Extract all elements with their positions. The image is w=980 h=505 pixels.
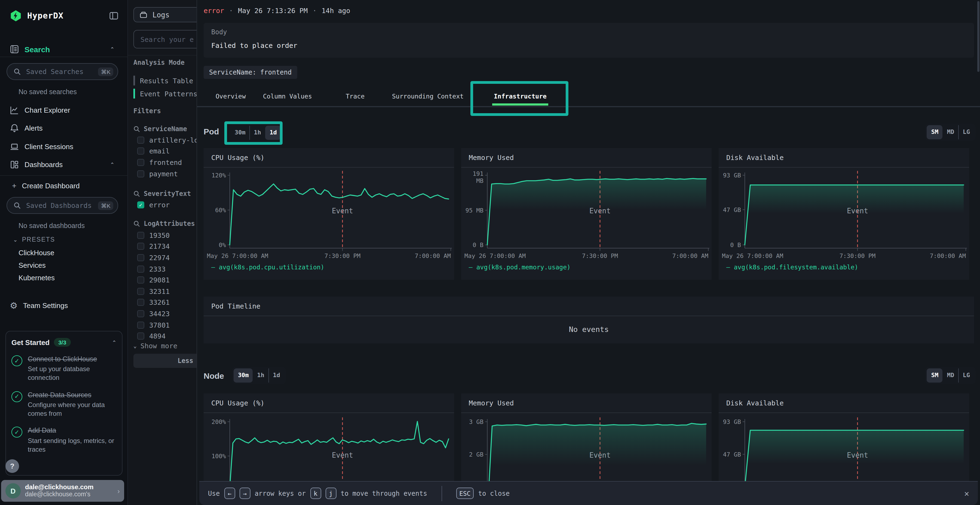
- get-started-step[interactable]: ✓ Connect to ClickHouse Set up your data…: [11, 354, 116, 382]
- help-button[interactable]: ?: [5, 459, 19, 473]
- svg-text:47 GB: 47 GB: [723, 206, 741, 213]
- node-size-md[interactable]: MD: [942, 368, 958, 383]
- sidebar-item-alerts[interactable]: Alerts: [10, 124, 119, 133]
- checkbox-unchecked[interactable]: [137, 310, 144, 317]
- filter-item-29081[interactable]: 29081: [134, 275, 197, 286]
- filter-item-artillery-loa[interactable]: artillery-loa: [134, 134, 197, 146]
- checkbox-unchecked[interactable]: [137, 170, 144, 177]
- checkbox-unchecked[interactable]: [137, 137, 144, 144]
- sidebar-item-search[interactable]: Search ⌃: [10, 44, 119, 54]
- sidebar-item-dashboards[interactable]: Dashboards ⌃: [10, 160, 119, 169]
- filter-item-32311[interactable]: 32311: [134, 286, 197, 297]
- filter-item-4894[interactable]: 4894: [134, 330, 197, 342]
- service-name-tag[interactable]: ServiceName: frontend: [204, 66, 297, 79]
- checkbox-unchecked[interactable]: [137, 254, 144, 261]
- filter-item-34423[interactable]: 34423: [134, 308, 197, 319]
- checkbox-checked[interactable]: ✓: [137, 201, 144, 208]
- pod-range-1d[interactable]: 1d: [265, 126, 281, 140]
- filter-item-error[interactable]: ✓error: [134, 199, 197, 211]
- scrollbar-thumb[interactable]: [977, 1, 980, 72]
- esc-key[interactable]: ESC: [456, 488, 474, 499]
- checkbox-unchecked[interactable]: [137, 287, 144, 295]
- event-search-input[interactable]: [139, 35, 197, 44]
- close-icon[interactable]: ✕: [964, 488, 969, 498]
- pod-range-30m[interactable]: 30m: [230, 126, 249, 140]
- saved-searches-field[interactable]: [25, 67, 94, 76]
- sidebar-item-client-sessions[interactable]: Client Sessions: [10, 142, 119, 151]
- saved-dashboards-field[interactable]: [25, 201, 94, 210]
- svg-text:93 GB: 93 GB: [723, 172, 741, 179]
- filter-item-22974[interactable]: 22974: [134, 252, 197, 263]
- pod-cpu-chart[interactable]: 120%60%0%May 26 7:00:00 AM7:30:00 PM7:00…: [206, 169, 452, 262]
- svg-text:Event: Event: [332, 451, 353, 459]
- arrow-right-key[interactable]: →: [239, 488, 250, 499]
- svg-text:60%: 60%: [215, 207, 226, 214]
- event-body-card: Body Failed to place order: [204, 23, 974, 58]
- get-started-step[interactable]: ✓ Add Data Start sending logs, metrics, …: [11, 425, 116, 454]
- pod-disk-card: Disk Available 93 GB47 GB0 BMay 26 7:00:…: [719, 148, 969, 280]
- pod-disk-chart[interactable]: 93 GB47 GB0 BMay 26 7:00:00 AM7:30:00 PM…: [721, 169, 967, 262]
- filter-item-label: 37801: [149, 321, 170, 329]
- filter-item-21734[interactable]: 21734: [134, 241, 197, 252]
- node-range-30m[interactable]: 30m: [234, 368, 253, 383]
- get-started-step[interactable]: ✓ Create Data Sources Configure where yo…: [11, 389, 116, 418]
- preset-clickhouse[interactable]: ClickHouse: [19, 249, 54, 257]
- presets-section[interactable]: ⌄PRESETS: [13, 236, 55, 243]
- filter-group-servicename[interactable]: ServiceName: [134, 123, 197, 134]
- sidebar-item-team-settings[interactable]: ⚙ Team Settings: [10, 300, 119, 311]
- filter-item-2333[interactable]: 2333: [134, 264, 197, 275]
- filter-item-33261[interactable]: 33261: [134, 297, 197, 308]
- tab-column-values[interactable]: Column Values: [263, 92, 312, 100]
- chevron-up-icon[interactable]: ⌃: [112, 339, 116, 345]
- chevron-up-icon[interactable]: ⌃: [110, 162, 115, 168]
- node-size-lg[interactable]: LG: [958, 368, 974, 383]
- tab-surrounding-context[interactable]: Surrounding Context: [392, 92, 464, 100]
- filter-item-email[interactable]: email: [134, 146, 197, 157]
- filter-item-19350[interactable]: 19350: [134, 230, 197, 241]
- checkbox-unchecked[interactable]: [137, 159, 144, 166]
- filter-item-payment[interactable]: payment: [134, 168, 197, 179]
- arrow-left-key[interactable]: ←: [224, 488, 235, 499]
- pod-size-md[interactable]: MD: [942, 125, 958, 139]
- pod-range-1h[interactable]: 1h: [249, 126, 265, 140]
- saved-dashboards-input[interactable]: ⌘K: [6, 197, 118, 214]
- collapse-sidebar-icon[interactable]: [109, 11, 119, 21]
- create-dashboard-button[interactable]: + Create Dashboard: [12, 181, 80, 190]
- tab-infrastructure[interactable]: Infrastructure: [494, 92, 547, 100]
- mode-event-patterns[interactable]: Event Patterns: [134, 89, 197, 98]
- pod-size-lg[interactable]: LG: [958, 125, 974, 139]
- node-range-1h[interactable]: 1h: [253, 368, 269, 383]
- preset-services[interactable]: Services: [19, 261, 46, 269]
- filter-group-severitytext[interactable]: SeverityText: [134, 188, 197, 199]
- checkbox-unchecked[interactable]: [137, 276, 144, 284]
- checkbox-unchecked[interactable]: [137, 148, 144, 155]
- checkbox-unchecked[interactable]: [137, 243, 144, 250]
- user-menu[interactable]: D dale@clickhouse.com dale@clickhouse.co…: [1, 480, 124, 502]
- tab-trace[interactable]: Trace: [346, 92, 364, 100]
- checkbox-unchecked[interactable]: [137, 265, 144, 272]
- node-size-sm[interactable]: SM: [927, 368, 942, 383]
- source-select[interactable]: Logs: [134, 7, 197, 22]
- tab-overview[interactable]: Overview: [216, 92, 246, 100]
- checkbox-unchecked[interactable]: [137, 321, 144, 329]
- k-key[interactable]: k: [310, 488, 321, 499]
- filter-item-37801[interactable]: 37801: [134, 319, 197, 330]
- show-more-button[interactable]: ⌄ Show more: [134, 342, 178, 350]
- filter-group-logattributes[interactable]: LogAttributes: [134, 218, 197, 230]
- j-key[interactable]: j: [325, 488, 336, 499]
- sidebar-item-chart-explorer[interactable]: Chart Explorer: [10, 106, 119, 115]
- pod-memory-chart[interactable]: 191MB95 MB0 BMay 26 7:00:00 AM7:30:00 PM…: [463, 169, 710, 262]
- filter-item-frontend[interactable]: frontend: [134, 157, 197, 168]
- pod-memory-card: Memory Used 191MB95 MB0 BMay 26 7:00:00 …: [461, 148, 711, 280]
- checkbox-unchecked[interactable]: [137, 299, 144, 306]
- event-search-box[interactable]: [134, 30, 197, 48]
- chevron-up-icon[interactable]: ⌃: [110, 46, 115, 52]
- mode-results-table[interactable]: Results Table: [134, 76, 193, 86]
- checkbox-unchecked[interactable]: [137, 332, 144, 340]
- saved-searches-input[interactable]: ⌘K: [6, 63, 118, 80]
- node-range-1d[interactable]: 1d: [269, 368, 284, 383]
- less-filters-button[interactable]: Less fil: [134, 354, 197, 368]
- checkbox-unchecked[interactable]: [137, 232, 144, 239]
- pod-size-sm[interactable]: SM: [927, 125, 942, 139]
- preset-kubernetes[interactable]: Kubernetes: [19, 274, 55, 282]
